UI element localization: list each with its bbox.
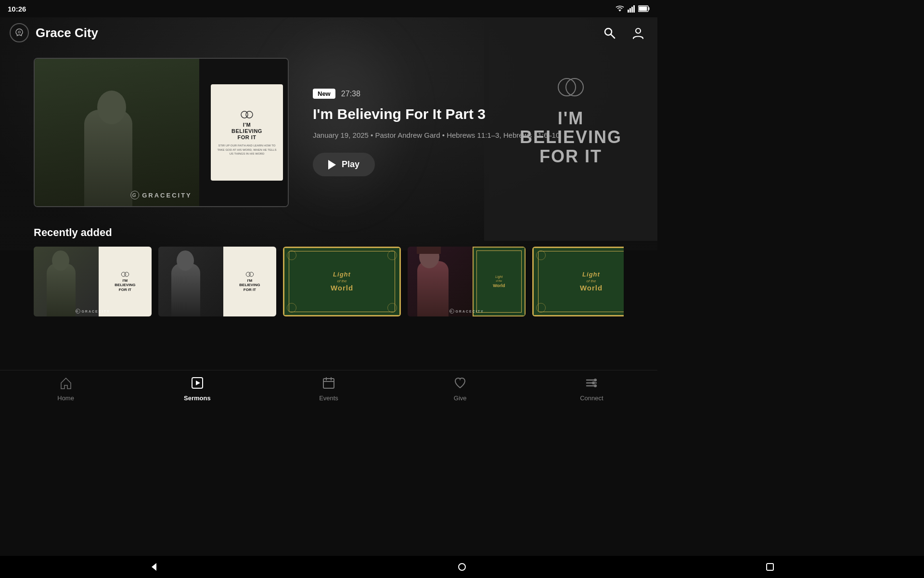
featured-badges: New 27:38 (313, 89, 624, 99)
events-icon (322, 376, 335, 392)
connect-label: Connect (580, 394, 603, 402)
svg-rect-6 (649, 7, 650, 10)
thumbnail-5[interactable]: Light of the World (532, 247, 624, 316)
featured-meta: January 19, 2025 • Pastor Andrew Gard • … (313, 130, 624, 141)
signal-icon (628, 5, 635, 13)
give-label: Give (454, 394, 467, 402)
wifi-icon (615, 5, 625, 13)
main-content: I'M BELIEVING FOR IT STIR UP OUR FAITH A… (0, 48, 657, 370)
svg-point-30 (592, 381, 595, 384)
events-label: Events (319, 394, 338, 402)
play-label: Play (342, 159, 359, 170)
play-button[interactable]: Play (313, 153, 375, 176)
thumb-watermark-4: G GRACECITY (449, 309, 484, 314)
thumbnails-row: I'MBELIEVINGFOR IT G GRACECITY (34, 247, 624, 316)
status-icons (615, 5, 650, 13)
battery-icon (638, 5, 650, 12)
thumbnail-3[interactable]: Light of the World (283, 247, 401, 316)
poster-subtitle: STIR UP OUR FAITH AND LEARN HOW TO TAKE … (216, 144, 278, 156)
status-time: 10:26 (8, 5, 26, 13)
home-icon (59, 376, 73, 392)
sermons-icon (191, 376, 204, 392)
brand-icon[interactable]: G (10, 23, 29, 42)
svg-point-29 (594, 379, 597, 381)
svg-line-12 (611, 34, 615, 38)
svg-rect-4 (633, 5, 635, 13)
video-watermark: G GRACECITY (130, 191, 192, 199)
play-icon (328, 160, 336, 170)
video-person-bg (35, 59, 199, 206)
brand-name: Grace City (36, 26, 98, 40)
featured-info: New 27:38 I'm Believing For It Part 3 Ja… (313, 89, 624, 176)
featured-section: I'M BELIEVING FOR IT STIR UP OUR FAITH A… (0, 48, 657, 217)
connect-icon (585, 376, 598, 392)
svg-rect-3 (631, 7, 633, 13)
home-label: Home (57, 394, 74, 402)
svg-point-31 (594, 384, 597, 387)
nav-sermons[interactable]: Sermons (131, 376, 263, 402)
recently-added-section: Recently added I'MBELIEVINGFOR IT (0, 217, 657, 321)
nav-events[interactable]: Events (263, 376, 394, 402)
app-header: G Grace City (0, 17, 657, 48)
thumbnail-2[interactable]: I'MBELIEVINGFOR IT (158, 247, 276, 316)
nav-give[interactable]: Give (395, 376, 526, 402)
svg-rect-1 (628, 10, 629, 13)
featured-title: I'm Believing For It Part 3 (313, 105, 624, 123)
status-bar: 10:26 (0, 0, 657, 17)
svg-rect-7 (639, 7, 647, 11)
svg-point-15 (246, 111, 253, 118)
svg-rect-2 (629, 8, 631, 13)
nav-home[interactable]: Home (0, 376, 131, 402)
give-icon (453, 376, 467, 392)
new-badge: New (313, 89, 335, 99)
thumbnail-4[interactable]: Light of the World G GRACECITY (408, 247, 526, 316)
thumb-watermark-1: G GRACECITY (75, 309, 110, 314)
svg-point-19 (249, 272, 254, 276)
sermons-label: Sermons (184, 394, 211, 402)
svg-text:G: G (18, 30, 21, 34)
bottom-nav: Home Sermons Events Give (0, 370, 657, 418)
video-poster: I'M BELIEVING FOR IT STIR UP OUR FAITH A… (211, 84, 283, 181)
header-actions (600, 23, 648, 42)
search-icon (603, 26, 616, 39)
nav-connect[interactable]: Connect (526, 376, 657, 402)
duration-badge: 27:38 (341, 90, 360, 98)
svg-point-17 (125, 272, 129, 276)
svg-marker-0 (618, 10, 621, 12)
profile-button[interactable] (629, 23, 648, 42)
search-button[interactable] (600, 23, 619, 42)
poster-title: I'M BELIEVING FOR IT (231, 122, 262, 141)
svg-point-13 (636, 28, 641, 33)
featured-video[interactable]: I'M BELIEVING FOR IT STIR UP OUR FAITH A… (34, 58, 289, 207)
svg-rect-22 (323, 379, 334, 388)
svg-marker-21 (196, 381, 200, 385)
thumbnail-1[interactable]: I'MBELIEVINGFOR IT G GRACECITY (34, 247, 152, 316)
section-title: Recently added (34, 226, 624, 239)
app-brand: G Grace City (10, 23, 98, 42)
user-icon (631, 26, 645, 39)
